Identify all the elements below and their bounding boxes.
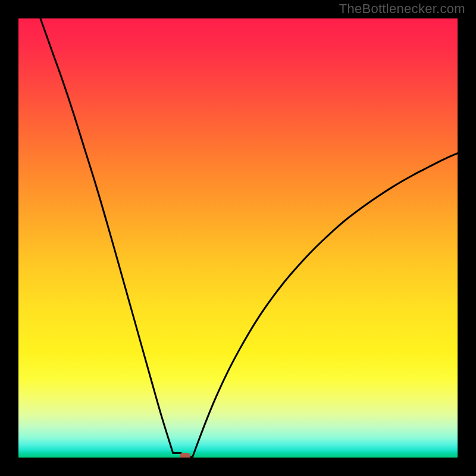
chart-frame: TheBottlenecker.com — [0, 0, 476, 476]
plot-area — [18, 18, 458, 458]
watermark-label: TheBottlenecker.com — [339, 1, 465, 17]
bottleneck-curve — [18, 18, 458, 458]
optimum-marker-icon — [180, 453, 190, 458]
